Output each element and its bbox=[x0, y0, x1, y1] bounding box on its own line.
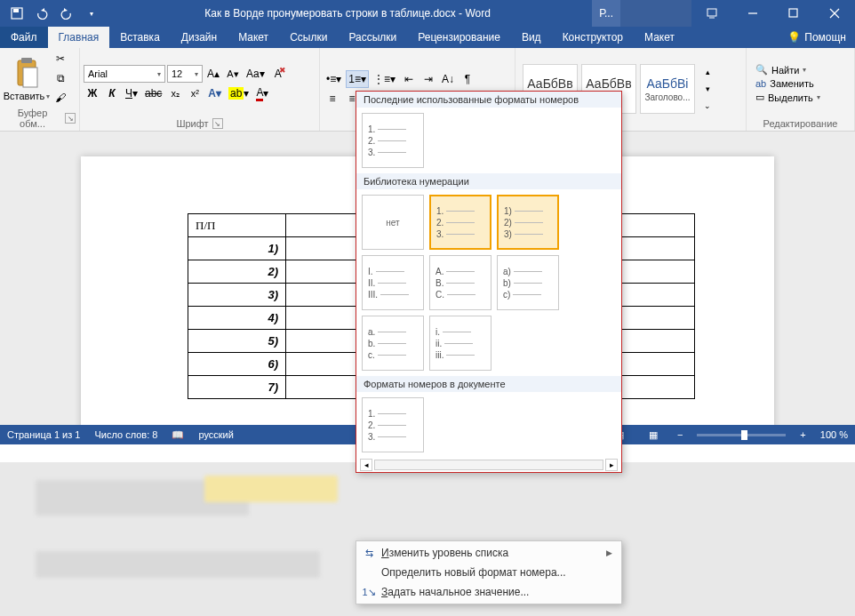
numbering-option-none[interactable]: нет bbox=[362, 195, 424, 250]
font-dialog-launcher[interactable]: ↘ bbox=[212, 118, 223, 129]
clipboard-group-label: Буфер обм... bbox=[4, 108, 61, 129]
ribbon-display-options[interactable] bbox=[691, 0, 732, 27]
find-button[interactable]: 🔍Найти▾ bbox=[754, 63, 822, 76]
zoom-in-button[interactable]: + bbox=[800, 429, 805, 440]
align-left-button[interactable]: ≡ bbox=[324, 90, 341, 108]
close-button[interactable] bbox=[814, 0, 855, 27]
document-title: Как в Ворде пронумеровать строки в табли… bbox=[103, 7, 592, 20]
gallery-scrollbar[interactable]: ◂ ▸ bbox=[356, 458, 621, 472]
tab-table-design[interactable]: Конструктор bbox=[552, 27, 634, 48]
bulb-icon: 💡 bbox=[787, 31, 801, 44]
tab-references[interactable]: Ссылки bbox=[279, 27, 338, 48]
scroll-right-icon[interactable]: ▸ bbox=[605, 459, 618, 471]
clipboard-dialog-launcher[interactable]: ↘ bbox=[65, 113, 76, 124]
change-level-icon: ⇆ bbox=[362, 548, 376, 559]
style-heading1[interactable]: АаБбВіЗаголово... bbox=[640, 64, 695, 114]
tab-design[interactable]: Дизайн bbox=[171, 27, 228, 48]
redo-button[interactable] bbox=[55, 3, 78, 24]
font-size-combo[interactable]: 12▾ bbox=[167, 65, 203, 83]
qat-customize[interactable]: ▾ bbox=[80, 3, 103, 24]
minimize-button[interactable] bbox=[732, 0, 773, 27]
shrink-font-button[interactable]: A▾ bbox=[224, 65, 242, 83]
replace-icon: ab bbox=[755, 78, 766, 89]
styles-scroll-up[interactable]: ▴ bbox=[699, 64, 716, 80]
replace-button[interactable]: abЗаменить bbox=[754, 77, 822, 90]
grow-font-button[interactable]: A▴ bbox=[204, 65, 222, 83]
ribbon-tabs: Файл Главная Вставка Дизайн Макет Ссылки… bbox=[0, 27, 855, 48]
scroll-left-icon[interactable]: ◂ bbox=[360, 459, 372, 471]
show-marks-button[interactable]: ¶ bbox=[459, 70, 476, 88]
text-effects-button[interactable]: A▾ bbox=[205, 84, 224, 102]
set-value-icon: 1↘ bbox=[362, 587, 376, 598]
font-name-combo[interactable]: Arial▾ bbox=[84, 65, 165, 83]
copy-button[interactable]: ⧉ bbox=[52, 69, 69, 87]
font-color-button[interactable]: A▾ bbox=[253, 84, 271, 102]
tell-me[interactable]: 💡Помощн bbox=[779, 27, 855, 48]
styles-scroll-down[interactable]: ▾ bbox=[699, 81, 716, 97]
numbering-option-lower-roman[interactable]: i. ii. iii. bbox=[429, 316, 491, 371]
numbering-option-decimal-dot-doc[interactable]: 1. 2. 3. bbox=[362, 397, 424, 452]
superscript-button[interactable]: x² bbox=[186, 84, 204, 102]
zoom-slider[interactable] bbox=[697, 434, 786, 436]
menu-change-list-level[interactable]: ⇆ Изменить уровень списка ▶ bbox=[356, 543, 621, 563]
status-language[interactable]: русский bbox=[198, 429, 233, 440]
svg-rect-2 bbox=[707, 9, 716, 16]
bullets-button[interactable]: •≡▾ bbox=[324, 70, 344, 88]
gallery-library-header: Библиотека нумерации bbox=[356, 173, 621, 189]
font-group-label: Шрифт bbox=[176, 118, 208, 129]
bold-button[interactable]: Ж bbox=[84, 84, 101, 102]
clear-formatting-button[interactable]: A✖ bbox=[269, 65, 287, 83]
tab-review[interactable]: Рецензирование bbox=[407, 27, 511, 48]
select-button[interactable]: ▭Выделить▾ bbox=[754, 91, 822, 104]
maximize-button[interactable] bbox=[773, 0, 814, 27]
status-proofing-icon[interactable]: 📖 bbox=[172, 429, 184, 441]
numbering-option-upper-roman[interactable]: I. II. III. bbox=[362, 255, 424, 310]
editing-group-label: Редактирование bbox=[763, 118, 838, 129]
numbering-option-upper-alpha[interactable]: A. B. C. bbox=[429, 255, 491, 310]
tab-home[interactable]: Главная bbox=[48, 27, 110, 48]
styles-expand[interactable]: ⌄ bbox=[699, 98, 716, 114]
tab-view[interactable]: Вид bbox=[511, 27, 552, 48]
zoom-out-button[interactable]: − bbox=[677, 429, 683, 440]
svg-rect-9 bbox=[23, 68, 37, 87]
svg-rect-4 bbox=[789, 9, 797, 17]
subscript-button[interactable]: x₂ bbox=[166, 84, 184, 102]
numbering-option-lower-alpha-paren[interactable]: a) b) c) bbox=[497, 255, 559, 310]
numbering-option-decimal-paren[interactable]: 1) 2) 3) bbox=[497, 195, 559, 250]
save-button[interactable] bbox=[5, 3, 28, 24]
menu-set-start-value[interactable]: 1↘ Задать начальное значение... bbox=[356, 582, 621, 602]
menu-define-new-format[interactable]: Определить новый формат номера... bbox=[356, 563, 621, 582]
sort-button[interactable]: A↓ bbox=[439, 70, 457, 88]
strikethrough-button[interactable]: abc bbox=[142, 84, 164, 102]
context-tab-label: Р... bbox=[592, 0, 620, 27]
status-page[interactable]: Страница 1 из 1 bbox=[7, 429, 80, 440]
account-area[interactable] bbox=[620, 0, 691, 27]
tab-table-layout[interactable]: Макет bbox=[634, 27, 685, 48]
italic-button[interactable]: К bbox=[103, 84, 121, 102]
decrease-indent-button[interactable]: ⇤ bbox=[400, 70, 418, 88]
numbering-menu: ⇆ Изменить уровень списка ▶ Определить н… bbox=[356, 540, 622, 604]
numbering-option-decimal-dot-recent[interactable]: 1. 2. 3. bbox=[362, 113, 424, 168]
tab-file[interactable]: Файл bbox=[0, 27, 48, 48]
numbering-option-decimal-dot[interactable]: 1. 2. 3. bbox=[429, 195, 491, 250]
numbering-button[interactable]: 1≡▾ bbox=[346, 70, 369, 88]
tab-layout[interactable]: Макет bbox=[228, 27, 279, 48]
paste-button[interactable]: Вставить▾ bbox=[4, 55, 50, 101]
tab-mailings[interactable]: Рассылки bbox=[338, 27, 407, 48]
undo-button[interactable] bbox=[30, 3, 53, 24]
title-bar: ▾ Как в Ворде пронумеровать строки в таб… bbox=[0, 0, 855, 27]
format-painter-button[interactable]: 🖌 bbox=[52, 89, 69, 107]
highlight-button[interactable]: ab▾ bbox=[226, 84, 252, 102]
tab-insert[interactable]: Вставка bbox=[109, 27, 171, 48]
increase-indent-button[interactable]: ⇥ bbox=[420, 70, 437, 88]
multilevel-list-button[interactable]: ⋮≡▾ bbox=[371, 70, 398, 88]
search-icon: 🔍 bbox=[755, 64, 768, 76]
underline-button[interactable]: Ч▾ bbox=[123, 84, 140, 102]
status-words[interactable]: Число слов: 8 bbox=[94, 429, 157, 440]
zoom-level[interactable]: 100 % bbox=[820, 429, 848, 440]
svg-rect-8 bbox=[21, 58, 32, 63]
web-layout-button[interactable]: ▦ bbox=[643, 427, 663, 443]
cut-button[interactable]: ✂ bbox=[52, 50, 69, 68]
change-case-button[interactable]: Aa▾ bbox=[244, 65, 268, 83]
numbering-option-lower-alpha-dot[interactable]: a. b. c. bbox=[362, 316, 424, 371]
